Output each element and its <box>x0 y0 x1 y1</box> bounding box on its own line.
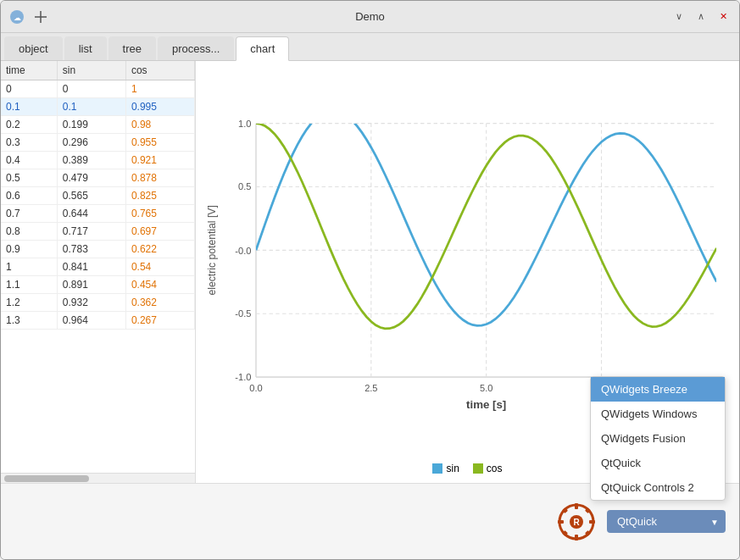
table-scroll[interactable]: time sin cos 0010.10.10.9950.20.1990.980… <box>1 61 195 473</box>
table-row[interactable]: 1.20.9320.362 <box>1 294 195 312</box>
table-cell-cos: 0.697 <box>125 223 194 241</box>
tab-tree[interactable]: tree <box>108 36 156 60</box>
table-row[interactable]: 0.10.10.995 <box>1 98 195 116</box>
table-cell-time: 0.1 <box>1 98 57 116</box>
table-cell-cos: 0.622 <box>125 241 194 258</box>
table-row[interactable]: 0.20.1990.98 <box>1 116 195 134</box>
table-cell-sin: 0.964 <box>57 312 125 330</box>
svg-rect-19 <box>558 520 564 524</box>
tab-object[interactable]: object <box>4 36 63 60</box>
table-row[interactable]: 0.50.4790.878 <box>1 169 195 187</box>
table-cell-cos: 0.765 <box>125 205 194 223</box>
legend-cos-color <box>473 463 483 474</box>
table-row[interactable]: 1.30.9640.267 <box>1 312 195 330</box>
table-cell-cos: 0.921 <box>125 152 194 169</box>
maximize-button[interactable]: ∧ <box>692 8 710 26</box>
style-dropdown-container[interactable]: QtQuick QWidgets Breeze QWidgets Windows… <box>607 510 726 533</box>
table-cell-sin: 0.389 <box>57 152 125 169</box>
y-axis-label: electric potential [V] <box>206 205 218 295</box>
table-cell-time: 1.1 <box>1 276 57 294</box>
dropdown-item-qtquick[interactable]: QtQuick <box>591 451 725 475</box>
table-panel: time sin cos 0010.10.10.9950.20.1990.980… <box>1 61 196 483</box>
dropdown-item-qwidgets-fusion[interactable]: QWidgets Fusion <box>591 426 725 451</box>
window-title: Demo <box>355 10 385 23</box>
table-row[interactable]: 0.80.7170.697 <box>1 223 195 241</box>
table-cell-sin: 0.479 <box>57 169 125 187</box>
svg-rect-17 <box>575 503 578 509</box>
table-row[interactable]: 0.60.5650.825 <box>1 187 195 205</box>
horizontal-scrollbar[interactable] <box>1 473 195 483</box>
titlebar: ☁ Demo ∨ ∧ ✕ <box>1 1 739 33</box>
x-axis-label: time [s] <box>466 398 506 411</box>
scrollbar-thumb[interactable] <box>4 475 89 482</box>
table-row[interactable]: 0.90.7830.622 <box>1 241 195 258</box>
table-row[interactable]: 0.70.6440.765 <box>1 205 195 223</box>
tab-chart[interactable]: chart <box>236 36 289 61</box>
table-row[interactable]: 1.10.8910.454 <box>1 276 195 294</box>
table-cell-sin: 0.932 <box>57 294 125 312</box>
dropdown-item-qwidgets-windows[interactable]: QWidgets Windows <box>591 402 725 426</box>
table-cell-cos: 1 <box>125 80 194 98</box>
table-cell-cos: 0.454 <box>125 276 194 294</box>
legend-sin: sin <box>432 463 459 474</box>
table-cell-time: 0.6 <box>1 187 57 205</box>
table-row[interactable]: 0.40.3890.921 <box>1 152 195 169</box>
table-cell-sin: 0.1 <box>57 98 125 116</box>
tab-list[interactable]: list <box>64 36 107 60</box>
minimize-button[interactable]: ∨ <box>670 8 688 26</box>
table-row[interactable]: 0.30.2960.955 <box>1 134 195 152</box>
table-cell-sin: 0.783 <box>57 241 125 258</box>
table-cell-time: 0.2 <box>1 116 57 134</box>
legend-sin-label: sin <box>446 463 459 474</box>
dropdown-item-qtquick-controls2[interactable]: QtQuick Controls 2 <box>591 475 725 500</box>
app-icon: ☁ <box>8 8 26 26</box>
tab-bar: object list tree process... chart <box>1 33 739 61</box>
y-tick-0.5: 0.5 <box>238 181 251 191</box>
bottom-bar: R QtQuick QWidgets Breeze QWidgets Windo… <box>1 483 739 559</box>
y-tick--1: -1.0 <box>235 373 251 383</box>
close-button[interactable]: ✕ <box>714 8 732 26</box>
style-dropdown-menu: QWidgets Breeze QWidgets Windows QWidget… <box>590 376 726 501</box>
table-row[interactable]: 10.8410.54 <box>1 258 195 276</box>
table-cell-cos: 0.825 <box>125 187 194 205</box>
table-cell-sin: 0.841 <box>57 258 125 276</box>
table-cell-sin: 0.644 <box>57 205 125 223</box>
y-tick-0: -0.0 <box>235 246 251 256</box>
table-cell-sin: 0.199 <box>57 116 125 134</box>
table-cell-time: 0.5 <box>1 169 57 187</box>
chart-legend: sin cos <box>432 463 502 474</box>
table-cell-sin: 0 <box>57 80 125 98</box>
table-cell-cos: 0.267 <box>125 312 194 330</box>
legend-cos-label: cos <box>487 463 503 474</box>
table-cell-time: 1 <box>1 258 57 276</box>
table-cell-time: 0.7 <box>1 205 57 223</box>
pin-icon[interactable] <box>31 8 50 26</box>
table-row[interactable]: 001 <box>1 80 195 98</box>
titlebar-right-icons: ∨ ∧ ✕ <box>670 8 732 26</box>
table-cell-sin: 0.296 <box>57 134 125 152</box>
table-cell-time: 0.8 <box>1 223 57 241</box>
table-cell-time: 0.3 <box>1 134 57 152</box>
table-cell-cos: 0.955 <box>125 134 194 152</box>
col-header-time: time <box>1 61 57 80</box>
style-dropdown-button[interactable]: QtQuick <box>607 510 726 533</box>
table-cell-time: 0.4 <box>1 152 57 169</box>
svg-text:☁: ☁ <box>14 14 21 22</box>
main-window: ☁ Demo ∨ ∧ ✕ object list tree process...… <box>0 0 740 560</box>
tab-process[interactable]: process... <box>158 36 234 60</box>
table-cell-cos: 0.362 <box>125 294 194 312</box>
y-tick-1: 1.0 <box>238 119 251 129</box>
table-cell-sin: 0.891 <box>57 276 125 294</box>
x-tick-2.5: 2.5 <box>364 383 377 393</box>
table-cell-cos: 0.995 <box>125 98 194 116</box>
dropdown-item-qwidgets-breeze[interactable]: QWidgets Breeze <box>591 377 725 402</box>
table-cell-time: 1.3 <box>1 312 57 330</box>
y-tick--0.5: -0.5 <box>235 308 251 319</box>
rust-logo: R <box>556 502 597 542</box>
col-header-sin: sin <box>57 61 125 80</box>
table-cell-sin: 0.565 <box>57 187 125 205</box>
svg-rect-18 <box>575 535 578 541</box>
table-cell-time: 1.2 <box>1 294 57 312</box>
svg-text:R: R <box>573 518 580 527</box>
table-cell-time: 0 <box>1 80 57 98</box>
